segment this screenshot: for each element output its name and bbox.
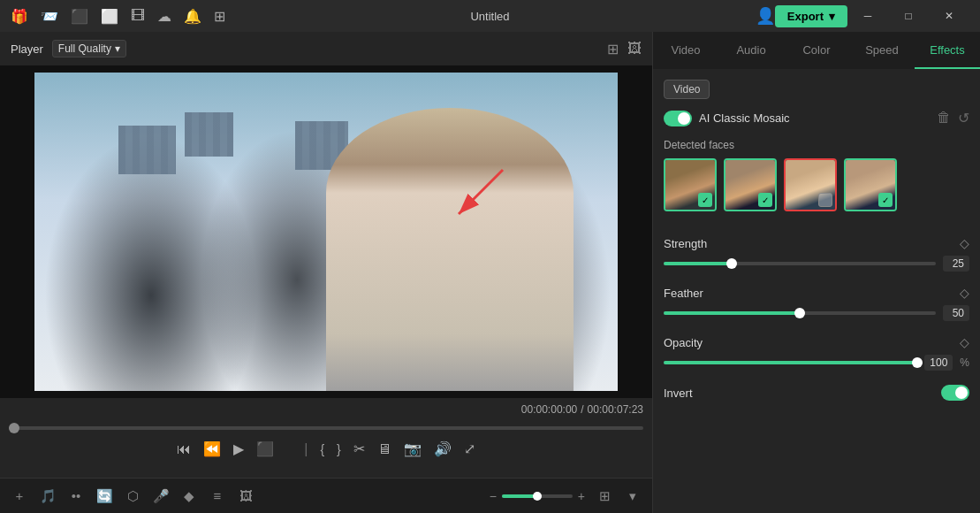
effect-actions: 🗑 ↺ <box>937 110 969 126</box>
face-thumb-1[interactable]: ✓ <box>664 158 717 211</box>
quality-dropdown[interactable]: Full Quality ▾ <box>52 40 126 57</box>
invert-row: Invert <box>664 385 969 401</box>
opacity-value[interactable]: 100 <box>924 355 953 371</box>
feather-slider-wrap: 50 <box>664 305 969 321</box>
motion-icon[interactable]: 🔄 <box>92 484 117 509</box>
video-tag-label: Video <box>664 80 710 99</box>
more-icon[interactable]: •• <box>64 484 88 509</box>
close-button[interactable]: ✕ <box>929 0 969 32</box>
main-content: Player Full Quality ▾ ⊞ 🖼 <box>0 32 980 513</box>
upload-icon[interactable]: ☁ <box>157 8 171 25</box>
media-icon[interactable]: 🎞 <box>131 8 145 24</box>
zoom-in-icon[interactable]: + <box>578 489 585 503</box>
rewind-icon[interactable]: ⏮ <box>177 441 191 457</box>
fullscreen-icon[interactable]: 🖼 <box>627 41 642 57</box>
detected-faces-label: Detected faces <box>664 139 969 151</box>
opacity-header: Opacity ◇ <box>664 335 969 349</box>
trim-icon[interactable]: ✂ <box>353 440 365 457</box>
player-header-right: ⊞ 🖼 <box>607 41 642 57</box>
opacity-keyframe-icon[interactable]: ◇ <box>960 335 969 349</box>
thumbnail-icon[interactable]: 🖼 <box>233 484 258 509</box>
effect-toggle[interactable] <box>664 111 692 126</box>
camera-icon[interactable]: 📷 <box>404 440 422 457</box>
notification-icon[interactable]: 🔔 <box>184 8 201 25</box>
layout-icon[interactable]: ⬜ <box>101 8 118 25</box>
panel-tabs: Video Audio Color Speed Effects <box>653 32 980 69</box>
tab-effects[interactable]: Effects <box>915 32 980 69</box>
toggle-knob <box>678 112 690 125</box>
subtitle-icon[interactable]: ⬛ <box>71 8 88 25</box>
face-thumb-4[interactable]: ✓ <box>844 158 897 211</box>
titlebar-left-icons: 🎁 📨 ⬛ ⬜ 🎞 ☁ 🔔 ⊞ <box>11 8 225 25</box>
maximize-button[interactable]: □ <box>888 0 929 32</box>
face-thumb-3[interactable]: ▼ <box>784 158 837 211</box>
mark-out-icon[interactable]: } <box>337 442 341 456</box>
stop-icon[interactable]: ⬛ <box>256 440 274 457</box>
video-badge: Video <box>664 80 969 110</box>
panel-content: Video AI Classic Mosaic 🗑 ↺ Detected fac… <box>653 69 980 513</box>
volume-icon[interactable]: 🔊 <box>434 440 452 457</box>
grid-icon[interactable]: ⊞ <box>214 8 225 25</box>
progress-bar[interactable] <box>9 421 643 435</box>
strength-fill <box>664 262 732 265</box>
add-media-icon[interactable]: + <box>7 484 32 509</box>
chevron-down-icon: ▾ <box>829 10 835 23</box>
strength-value[interactable]: 25 <box>943 256 969 272</box>
subtitle-track-icon[interactable]: ≡ <box>205 484 230 509</box>
gift-icon[interactable]: 🎁 <box>11 8 28 25</box>
strength-slider-wrap: 25 <box>664 256 969 272</box>
delete-effect-icon[interactable]: 🗑 <box>937 110 951 126</box>
feather-thumb <box>794 308 805 318</box>
feather-value[interactable]: 50 <box>943 305 969 321</box>
user-avatar-icon[interactable]: 👤 <box>756 6 775 26</box>
strength-slider[interactable] <box>664 262 936 265</box>
progress-thumb <box>9 423 19 433</box>
tab-color[interactable]: Color <box>784 32 849 69</box>
play-icon[interactable]: ▶ <box>233 440 244 457</box>
minimize-button[interactable]: ─ <box>847 0 888 32</box>
layout-toggle-icon[interactable]: ⊞ <box>607 41 619 57</box>
total-time: 00:00:07:23 <box>588 403 643 416</box>
titlebar: 🎁 📨 ⬛ ⬜ 🎞 ☁ 🔔 ⊞ Untitled 👤 Export ▾ ─ □ … <box>0 0 980 32</box>
mark-in-icon[interactable]: { <box>320 442 324 456</box>
audio-track-icon[interactable]: 🎵 <box>35 484 60 509</box>
invert-label: Invert <box>664 387 941 400</box>
effect-name: AI Classic Mosaic <box>699 111 930 125</box>
feather-section: Feather ◇ 50 <box>664 286 969 321</box>
zoom-fill <box>502 494 537 498</box>
reset-effect-icon[interactable]: ↺ <box>958 110 969 126</box>
feather-keyframe-icon[interactable]: ◇ <box>960 286 969 300</box>
strength-keyframe-icon[interactable]: ◇ <box>960 236 969 250</box>
zoom-thumb <box>533 492 542 501</box>
opacity-slider[interactable] <box>664 361 917 364</box>
voice-icon[interactable]: 🎤 <box>148 484 173 509</box>
invert-knob <box>955 387 968 399</box>
tab-speed[interactable]: Speed <box>849 32 915 69</box>
video-area <box>0 65 652 398</box>
grid-view-icon[interactable]: ⊞ <box>592 484 617 509</box>
keyframe-icon[interactable]: ◆ <box>177 484 201 509</box>
opacity-section: Opacity ◇ 100 % <box>664 335 969 371</box>
zoom-out-icon[interactable]: − <box>490 489 497 503</box>
stabilize-icon[interactable]: ⬡ <box>120 484 145 509</box>
feather-fill <box>664 311 800 315</box>
aspect-icon[interactable]: ⤢ <box>464 440 475 457</box>
opacity-slider-wrap: 100 % <box>664 355 969 371</box>
player-header: Player Full Quality ▾ ⊞ 🖼 <box>0 32 652 65</box>
faces-spacer <box>664 224 969 236</box>
step-back-icon[interactable]: ⏪ <box>203 440 221 457</box>
invert-toggle[interactable] <box>941 385 969 401</box>
tab-audio[interactable]: Audio <box>718 32 784 69</box>
send-icon[interactable]: 📨 <box>41 8 58 25</box>
feather-label: Feather <box>664 287 960 300</box>
feather-slider[interactable] <box>664 311 936 315</box>
player-panel: Player Full Quality ▾ ⊞ 🖼 <box>0 32 653 513</box>
face-thumb-2[interactable]: ✓ <box>724 158 777 211</box>
opacity-label: Opacity <box>664 336 960 349</box>
more-options-icon[interactable]: ▾ <box>620 484 645 509</box>
monitor-icon[interactable]: 🖥 <box>377 441 391 457</box>
window-title: Untitled <box>470 10 509 23</box>
export-button[interactable]: Export ▾ <box>775 5 847 27</box>
tab-video[interactable]: Video <box>653 32 718 69</box>
zoom-track[interactable] <box>502 494 573 498</box>
